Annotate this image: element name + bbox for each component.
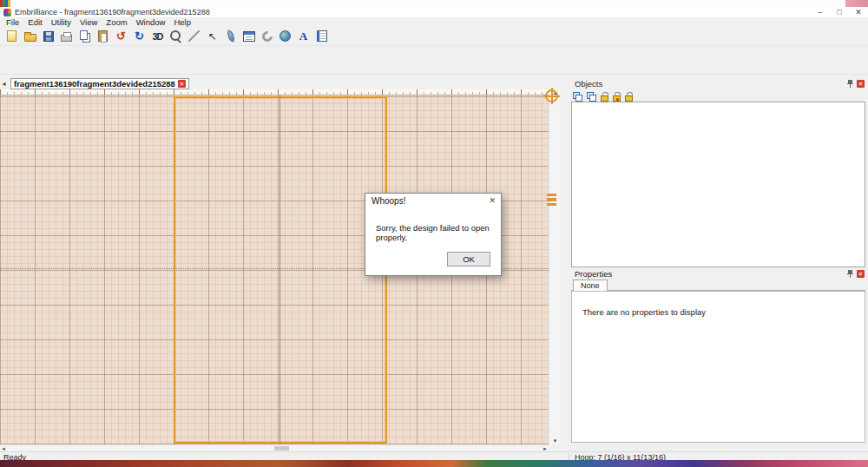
threed-icon: 3D <box>152 31 162 42</box>
dock-panel-right: Objects ✕ Properties ✕ None There are n <box>561 78 868 451</box>
paste-button[interactable] <box>94 28 112 45</box>
dialog-close-icon[interactable]: ✕ <box>489 196 496 205</box>
measure-icon <box>188 30 200 42</box>
window-title: Embrilliance - fragment136190fragment3de… <box>15 8 210 16</box>
save-button[interactable] <box>39 28 57 45</box>
open-folder-icon <box>24 34 36 42</box>
status-bar: Ready Hoop: 7 (1/16) x 11(13/16) <box>0 451 868 460</box>
horizontal-scroll-thumb[interactable] <box>274 446 289 451</box>
lock-all-icon[interactable] <box>625 95 633 102</box>
menu-window[interactable]: Window <box>132 18 170 27</box>
close-button[interactable]: ✕ <box>849 7 868 18</box>
objects-panel-title: Objects <box>575 79 602 89</box>
maximize-button[interactable]: □ <box>830 7 849 18</box>
dialog-message: Sorry, the design failed to open properl… <box>376 223 501 242</box>
status-divider <box>569 453 569 460</box>
dialog-ok-button[interactable]: OK <box>447 252 490 266</box>
app-window: Embrilliance - fragment136190fragment3de… <box>0 0 868 467</box>
menu-edit[interactable]: Edit <box>23 18 46 27</box>
hoop-outline <box>174 96 387 444</box>
properties-empty-message: There are no properties to display <box>582 307 706 317</box>
document-tab-label: fragment136190fragment3devided215288 <box>14 79 175 89</box>
objects-toolbar <box>573 90 633 102</box>
lock-icon[interactable] <box>601 95 608 102</box>
minimize-button[interactable]: – <box>811 7 830 18</box>
horizontal-scrollbar[interactable]: ◄ ► <box>0 444 549 451</box>
tab-close-icon[interactable]: ✕ <box>178 80 186 88</box>
objects-panel-header: Objects ✕ <box>571 78 868 89</box>
hoop-center-crosshair-icon <box>545 89 558 102</box>
properties-panel-title: Properties <box>575 269 612 279</box>
pin-icon[interactable] <box>847 270 853 278</box>
magnifier-icon <box>170 30 181 42</box>
rotate-ccw-button[interactable]: ↺ <box>112 28 130 45</box>
document-tab[interactable]: fragment136190fragment3devided215288 ✕ <box>10 78 189 89</box>
zoom-button[interactable] <box>167 28 185 45</box>
printer-icon <box>61 35 72 42</box>
wallpaper-fragment-icon <box>0 0 10 7</box>
error-dialog: Whoops! ✕ Sorry, the design failed to op… <box>365 193 502 276</box>
objects-list[interactable] <box>571 102 865 267</box>
menu-file[interactable]: File <box>2 18 23 27</box>
desktop-strip-bottom <box>0 460 868 467</box>
copy-button[interactable] <box>76 28 94 45</box>
design-board-button[interactable] <box>240 28 258 45</box>
lettering-button[interactable]: A <box>294 28 312 45</box>
notes-icon <box>317 30 327 42</box>
title-bar: Embrilliance - fragment136190fragment3de… <box>0 7 868 18</box>
properties-tab-none[interactable]: None <box>573 280 608 291</box>
dialog-title: Whoops! <box>372 196 405 206</box>
main-toolbar: ↺ ↻ 3D ↖ A <box>0 27 868 46</box>
menu-view[interactable]: View <box>76 18 102 27</box>
scrollbar-corner <box>549 444 561 451</box>
ungroup-icon[interactable] <box>587 92 596 102</box>
document-tab-bar: ◂ fragment136190fragment3devided215288 ✕… <box>0 78 571 89</box>
menu-help[interactable]: Help <box>169 18 195 27</box>
new-button[interactable] <box>3 28 21 45</box>
rotate-cw-button[interactable]: ↻ <box>130 28 148 45</box>
open-button[interactable] <box>21 28 39 45</box>
print-button[interactable] <box>57 28 76 45</box>
desktop-strip-top <box>0 0 868 7</box>
browse-designs-button[interactable] <box>276 28 294 45</box>
save-floppy-icon <box>43 31 54 42</box>
copy-icon <box>80 30 88 40</box>
hoop-button[interactable] <box>258 28 276 45</box>
properties-panel-header: Properties ✕ <box>571 268 868 280</box>
scroll-down-icon[interactable]: ▼ <box>549 438 561 444</box>
transform-toolbar: mm inch ↔ ↕ ↶ ↷ ⇤ ↔ ⇥ ↑ ↕ ↓ <box>0 46 868 75</box>
tab-scroll-left-icon[interactable]: ◂ <box>0 78 8 89</box>
new-document-icon <box>7 30 16 42</box>
paste-clipboard-icon <box>98 30 108 42</box>
rotate-cw-icon: ↻ <box>135 30 144 42</box>
select-button[interactable]: ↖ <box>203 28 221 45</box>
hoop-center-vertical-line <box>279 95 280 444</box>
notes-button[interactable] <box>312 28 331 45</box>
globe-icon <box>279 30 291 42</box>
design-board-icon <box>243 31 255 42</box>
horizontal-ruler <box>0 89 549 95</box>
menu-utility[interactable]: Utility <box>47 18 76 27</box>
stitch-button[interactable] <box>221 28 240 45</box>
properties-content: There are no properties to display <box>571 291 865 443</box>
hoop-icon <box>260 29 274 43</box>
vertical-scrollbar[interactable]: ▲ ▼ <box>549 89 561 444</box>
letter-a-icon: A <box>299 30 307 42</box>
feather-icon <box>225 30 235 43</box>
objects-panel-close-icon[interactable]: ✕ <box>857 80 865 88</box>
menu-zoom[interactable]: Zoom <box>102 18 131 27</box>
group-icon[interactable] <box>573 92 582 102</box>
hoop-position-marker-icon <box>547 194 556 206</box>
view-3d-button[interactable]: 3D <box>148 28 167 45</box>
select-cursor-icon: ↖ <box>207 31 216 42</box>
properties-tab-row: None <box>571 280 865 291</box>
unlock-icon[interactable] <box>613 95 621 102</box>
app-logo-icon <box>3 9 11 16</box>
rotate-ccw-icon: ↺ <box>116 30 126 42</box>
measure-button[interactable] <box>185 28 203 45</box>
menu-bar: File Edit Utility View Zoom Window Help <box>0 18 868 27</box>
pin-icon[interactable] <box>847 80 853 88</box>
properties-panel-close-icon[interactable]: ✕ <box>857 270 865 278</box>
